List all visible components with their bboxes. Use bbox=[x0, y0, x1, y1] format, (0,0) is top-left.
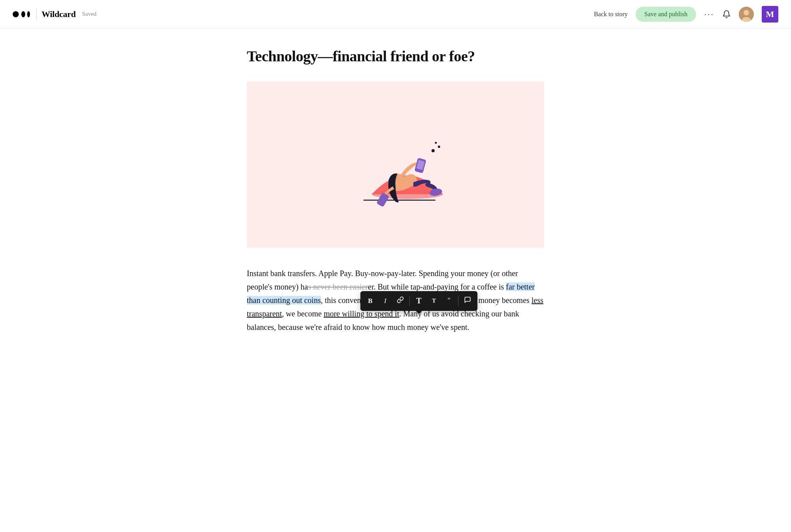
link-icon bbox=[397, 296, 404, 305]
heading1-icon: T bbox=[416, 296, 422, 305]
quote-icon: " bbox=[448, 297, 450, 305]
save-publish-button[interactable]: Save and publish bbox=[636, 7, 696, 22]
header-divider bbox=[36, 9, 37, 20]
italic-icon: I bbox=[384, 297, 386, 305]
toolbar-divider-1 bbox=[409, 296, 410, 306]
quote-button[interactable]: " bbox=[441, 293, 456, 309]
m-icon: M bbox=[766, 9, 774, 19]
bold-icon: B bbox=[368, 297, 373, 305]
svg-point-0 bbox=[13, 11, 19, 17]
svg-point-1 bbox=[21, 11, 25, 17]
medium-logo[interactable] bbox=[13, 5, 32, 24]
more-options-button[interactable]: ··· bbox=[704, 9, 714, 19]
svg-point-4 bbox=[744, 10, 749, 15]
publication-name: Wildcard bbox=[42, 9, 76, 19]
comment-button[interactable] bbox=[460, 293, 475, 309]
header: Wildcard Saved Back to story Save and pu… bbox=[0, 0, 791, 28]
notification-button[interactable] bbox=[722, 10, 731, 19]
svg-point-12 bbox=[431, 149, 435, 152]
bold-button[interactable]: B bbox=[363, 293, 378, 309]
body-text-3: , we become bbox=[282, 309, 324, 318]
italic-button[interactable]: I bbox=[378, 293, 393, 309]
comment-icon bbox=[464, 296, 471, 305]
svg-point-14 bbox=[435, 142, 437, 144]
hero-image bbox=[247, 81, 544, 248]
article-title: Technology—financial friend or foe? bbox=[247, 47, 544, 66]
heading2-icon: T bbox=[432, 297, 436, 304]
article-body: Instant bank transfers. Apple Pay. Buy-n… bbox=[247, 267, 544, 334]
formatting-toolbar: B I T T " bbox=[360, 291, 477, 311]
link-button[interactable] bbox=[393, 293, 408, 309]
header-left: Wildcard Saved bbox=[13, 5, 594, 24]
svg-point-2 bbox=[27, 11, 30, 17]
back-to-story-button[interactable]: Back to story bbox=[594, 11, 628, 18]
body-text-1: Instant bank transfers. Apple Pay. Buy-n… bbox=[247, 269, 518, 291]
saved-status: Saved bbox=[82, 11, 97, 17]
hero-illustration bbox=[328, 121, 463, 208]
bell-icon bbox=[722, 10, 731, 19]
more-icon: ··· bbox=[704, 9, 714, 19]
heading2-button[interactable]: T bbox=[426, 293, 441, 309]
m-brand-logo[interactable]: M bbox=[762, 6, 778, 23]
header-right: Back to story Save and publish ··· M bbox=[594, 6, 778, 23]
main-content: Technology—financial friend or foe? bbox=[237, 28, 554, 365]
svg-point-13 bbox=[438, 146, 440, 148]
toolbar-divider-2 bbox=[458, 296, 458, 306]
avatar[interactable] bbox=[739, 7, 754, 22]
heading1-button[interactable]: T bbox=[411, 293, 426, 309]
